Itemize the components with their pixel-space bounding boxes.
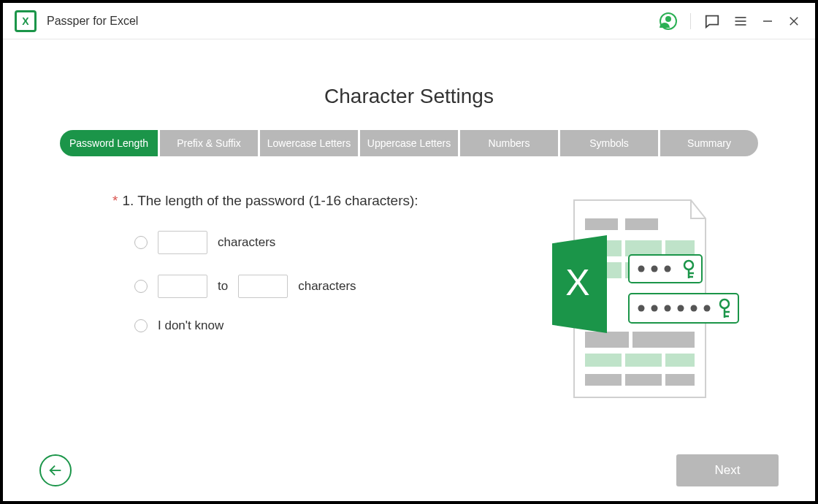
tabs-bar: Password Length Prefix & Suffix Lowercas… — [3, 130, 815, 156]
unit-label: characters — [298, 279, 356, 294]
svg-point-26 — [638, 266, 645, 272]
app-logo-icon: X — [15, 10, 37, 32]
unknown-label: I don't know — [158, 318, 223, 333]
svg-rect-19 — [665, 354, 695, 367]
svg-point-35 — [651, 305, 658, 312]
svg-rect-17 — [585, 354, 622, 367]
question-text: 1. The length of the password (1-16 char… — [122, 193, 418, 209]
tab-summary[interactable]: Summary — [660, 130, 758, 156]
titlebar: X Passper for Excel — [3, 3, 815, 39]
tab-lowercase[interactable]: Lowercase Letters — [260, 130, 358, 156]
svg-point-38 — [691, 305, 697, 312]
svg-point-39 — [704, 305, 711, 312]
unit-label: characters — [218, 235, 275, 250]
svg-rect-8 — [625, 218, 658, 230]
menu-icon[interactable] — [733, 14, 748, 28]
range-separator: to — [218, 279, 228, 294]
svg-text:X: X — [565, 262, 589, 303]
app-title: Passper for Excel — [47, 15, 138, 28]
svg-rect-15 — [585, 332, 629, 348]
svg-point-28 — [665, 266, 671, 272]
svg-rect-10 — [625, 240, 662, 256]
svg-rect-20 — [585, 374, 622, 386]
divider — [690, 13, 691, 29]
tab-prefix-suffix[interactable]: Prefix & Suffix — [160, 130, 258, 156]
tab-symbols[interactable]: Symbols — [560, 130, 658, 156]
app-logo-letter: X — [22, 15, 28, 27]
tab-uppercase[interactable]: Uppercase Letters — [360, 130, 458, 156]
radio-range[interactable] — [134, 280, 148, 293]
radio-exact[interactable] — [134, 236, 148, 249]
svg-rect-18 — [625, 354, 662, 367]
account-icon[interactable] — [660, 12, 677, 30]
close-button[interactable] — [787, 15, 800, 28]
feedback-icon[interactable] — [704, 13, 720, 29]
svg-point-37 — [678, 305, 684, 312]
tab-password-length[interactable]: Password Length — [60, 130, 158, 156]
input-range-from[interactable] — [158, 275, 207, 298]
input-range-to[interactable] — [238, 275, 288, 298]
svg-rect-21 — [625, 374, 662, 386]
input-exact-length[interactable] — [158, 231, 207, 254]
radio-unknown[interactable] — [134, 319, 148, 332]
tab-numbers[interactable]: Numbers — [460, 130, 558, 156]
svg-point-34 — [638, 305, 645, 312]
back-button[interactable] — [39, 454, 72, 486]
illustration: X — [552, 193, 742, 390]
svg-rect-7 — [585, 218, 618, 230]
svg-rect-22 — [665, 374, 695, 386]
next-button[interactable]: Next — [676, 454, 779, 486]
svg-point-36 — [665, 305, 671, 312]
svg-point-27 — [651, 266, 658, 272]
svg-rect-16 — [632, 332, 695, 348]
page-title: Character Settings — [3, 85, 815, 108]
required-mark: * — [112, 193, 118, 209]
minimize-button[interactable] — [761, 15, 774, 28]
svg-rect-11 — [665, 240, 695, 256]
